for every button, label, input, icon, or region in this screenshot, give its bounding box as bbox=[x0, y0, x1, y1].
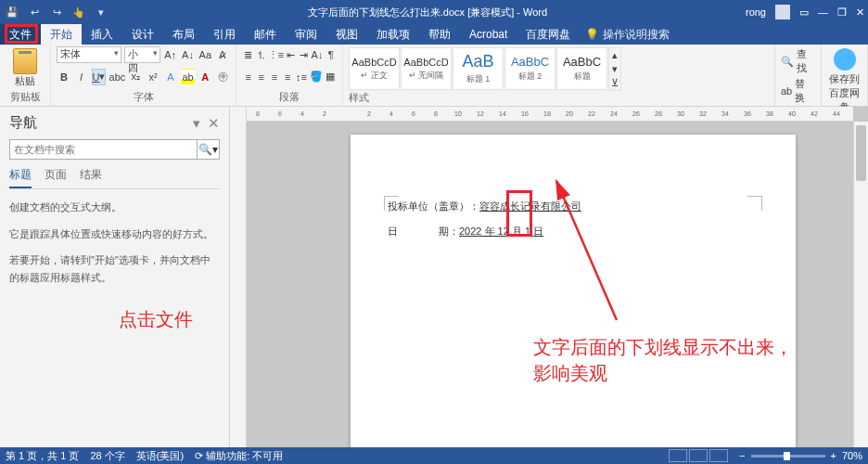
user-name[interactable]: rong bbox=[746, 6, 766, 18]
vertical-scrollbar[interactable] bbox=[853, 122, 868, 447]
clipboard-icon bbox=[13, 48, 37, 74]
undo-icon[interactable]: ↩ bbox=[26, 4, 43, 20]
ribbon-display-icon[interactable]: ▭ bbox=[799, 6, 809, 19]
numbering-icon[interactable]: ⒈ bbox=[255, 46, 267, 63]
vertical-ruler[interactable] bbox=[230, 107, 247, 447]
margin-corner bbox=[384, 196, 399, 211]
sort-icon[interactable]: A↓ bbox=[311, 46, 325, 63]
tab-home[interactable]: 开始 bbox=[41, 24, 82, 45]
group-styles: 样式 bbox=[349, 91, 369, 107]
status-page[interactable]: 第 1 页，共 1 页 bbox=[6, 449, 79, 463]
align-right-icon[interactable]: ≡ bbox=[268, 69, 280, 85]
nav-body: 创建文档的交互式大纲。 它是跟踪具体位置或快速移动内容的好方式。 若要开始，请转… bbox=[9, 199, 220, 287]
redo-icon[interactable]: ↪ bbox=[48, 4, 65, 20]
status-lang[interactable]: 英语(美国) bbox=[136, 449, 184, 463]
tab-help[interactable]: 帮助 bbox=[419, 24, 460, 45]
zoom-slider[interactable] bbox=[751, 455, 825, 458]
tab-layout[interactable]: 布局 bbox=[163, 24, 204, 45]
paste-label: 粘贴 bbox=[15, 74, 35, 88]
tab-baidu[interactable]: 百度网盘 bbox=[517, 24, 580, 45]
tab-view[interactable]: 视图 bbox=[326, 24, 367, 45]
bold-button[interactable]: B bbox=[57, 69, 71, 85]
nav-search-button[interactable]: 🔍▾ bbox=[198, 139, 220, 160]
maximize-icon[interactable]: ❐ bbox=[837, 6, 847, 19]
nav-search-input[interactable] bbox=[9, 139, 198, 160]
style-normal[interactable]: AaBbCcD↵ 正文 bbox=[349, 47, 400, 90]
tab-insert[interactable]: 插入 bbox=[82, 24, 122, 45]
nav-dropdown-icon[interactable]: ▾ bbox=[193, 115, 200, 132]
replace-icon: ab bbox=[781, 85, 792, 97]
zoom-out-icon[interactable]: − bbox=[739, 450, 745, 461]
touch-icon[interactable]: 👆 bbox=[70, 4, 87, 20]
line-spacing-icon[interactable]: ↕≡ bbox=[295, 69, 308, 85]
document-page[interactable]: 投标单位（盖章）：容容成长记录有限公司 日 期：2022 年 12 月 1 日 bbox=[351, 135, 796, 447]
show-marks-icon[interactable]: ¶ bbox=[325, 46, 337, 63]
styles-down-icon[interactable]: ▾ bbox=[609, 62, 620, 76]
clear-format-icon[interactable]: A̷ bbox=[215, 46, 230, 63]
grow-font-icon[interactable]: A↑ bbox=[163, 46, 178, 63]
save-icon[interactable]: 💾 bbox=[4, 4, 20, 20]
indent-dec-icon[interactable]: ⇤ bbox=[286, 46, 298, 63]
styles-more-icon[interactable]: ⊻ bbox=[609, 76, 620, 90]
font-family-combo[interactable]: 宋体 bbox=[57, 46, 121, 63]
tab-acrobat[interactable]: Acrobat bbox=[460, 24, 517, 45]
highlight-icon[interactable]: ab bbox=[181, 69, 196, 85]
tab-addons[interactable]: 加载项 bbox=[367, 24, 419, 45]
nav-tab-headings[interactable]: 标题 bbox=[9, 167, 32, 188]
zoom-in-icon[interactable]: + bbox=[831, 450, 836, 461]
view-print-icon[interactable] bbox=[689, 449, 708, 462]
style-heading2[interactable]: AaBbC标题 2 bbox=[504, 47, 555, 90]
doc-line-1: 投标单位（盖章）：容容成长记录有限公司 bbox=[388, 200, 759, 213]
underline-button[interactable]: U▾ bbox=[92, 69, 107, 85]
tab-references[interactable]: 引用 bbox=[204, 24, 245, 45]
enclose-icon[interactable]: ㊥ bbox=[215, 69, 230, 85]
shading-icon[interactable]: 🪣 bbox=[309, 69, 324, 85]
cloud-icon bbox=[834, 48, 856, 71]
styles-up-icon[interactable]: ▴ bbox=[609, 48, 620, 62]
font-color-icon[interactable]: A bbox=[198, 69, 212, 85]
multilevel-icon[interactable]: ⋮≡ bbox=[268, 46, 285, 63]
baidu-save-button[interactable]: 保存到 百度网盘 bbox=[827, 48, 862, 114]
nav-tab-pages[interactable]: 页面 bbox=[45, 167, 67, 188]
tab-design[interactable]: 设计 bbox=[122, 24, 163, 45]
font-size-combo[interactable]: 小四 bbox=[124, 46, 160, 63]
zoom-level[interactable]: 70% bbox=[842, 450, 862, 461]
view-web-icon[interactable] bbox=[709, 449, 728, 462]
style-nospacing[interactable]: AaBbCcD↵ 无间隔 bbox=[401, 47, 452, 90]
horizontal-ruler[interactable]: 8642246810121416182022242628303234363840… bbox=[247, 107, 853, 122]
superscript-button[interactable]: x² bbox=[146, 69, 160, 85]
tab-mailings[interactable]: 邮件 bbox=[245, 24, 286, 45]
bullets-icon[interactable]: ≣ bbox=[242, 46, 254, 63]
minimize-icon[interactable]: — bbox=[818, 6, 828, 18]
find-button[interactable]: 🔍查找 bbox=[781, 46, 815, 76]
user-avatar[interactable] bbox=[775, 5, 790, 19]
text-effects-icon[interactable]: A bbox=[163, 69, 178, 85]
scrollbar-thumb[interactable] bbox=[856, 125, 866, 181]
nav-tab-results[interactable]: 结果 bbox=[80, 167, 102, 188]
group-paragraph: 段落 bbox=[242, 90, 337, 106]
replace-button[interactable]: ab替换 bbox=[781, 76, 815, 106]
change-case-icon[interactable]: Aa bbox=[198, 46, 212, 63]
nav-close-icon[interactable]: ✕ bbox=[208, 115, 220, 132]
shrink-font-icon[interactable]: A↓ bbox=[181, 46, 196, 63]
align-left-icon[interactable]: ≡ bbox=[242, 69, 254, 85]
italic-button[interactable]: I bbox=[74, 69, 89, 85]
status-a11y[interactable]: ⟳ 辅助功能: 不可用 bbox=[195, 449, 283, 463]
style-heading1[interactable]: AaB标题 1 bbox=[453, 47, 504, 90]
strike-button[interactable]: abc bbox=[108, 69, 125, 85]
indent-inc-icon[interactable]: ⇥ bbox=[298, 46, 310, 63]
view-read-icon[interactable] bbox=[669, 449, 687, 462]
tab-file[interactable]: 文件 bbox=[0, 24, 41, 45]
tab-review[interactable]: 审阅 bbox=[286, 24, 326, 45]
tell-me[interactable]: 💡 操作说明搜索 bbox=[585, 24, 670, 45]
status-words[interactable]: 28 个字 bbox=[90, 449, 124, 463]
borders-icon[interactable]: ▦ bbox=[325, 69, 337, 85]
search-icon: 🔍 bbox=[781, 56, 794, 68]
paste-button[interactable]: 粘贴 bbox=[6, 46, 45, 88]
nav-title: 导航 bbox=[9, 114, 37, 132]
justify-icon[interactable]: ≡ bbox=[282, 69, 294, 85]
close-icon[interactable]: ✕ bbox=[856, 6, 864, 19]
align-center-icon[interactable]: ≡ bbox=[255, 69, 267, 85]
qat-more-icon[interactable]: ▾ bbox=[93, 4, 109, 20]
style-title[interactable]: AaBbC标题 bbox=[556, 47, 607, 90]
